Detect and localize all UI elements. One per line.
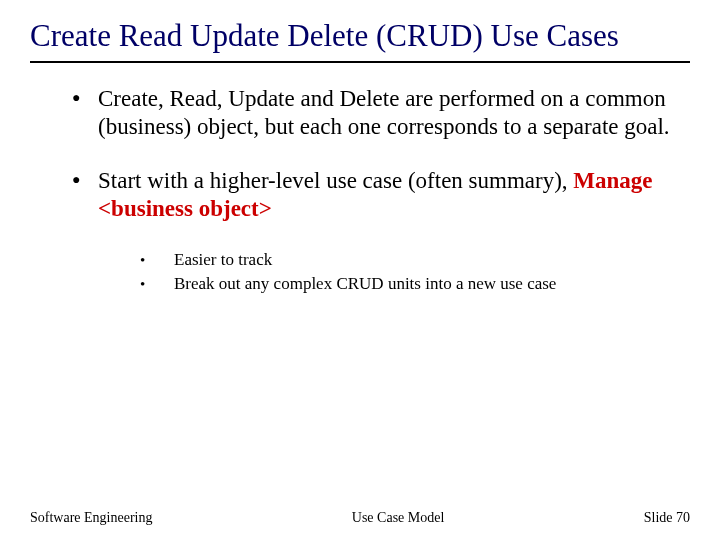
footer-left: Software Engineering [30, 510, 152, 526]
bullet-text: Create, Read, Update and Delete are perf… [98, 85, 690, 141]
bullet-icon: • [140, 273, 174, 295]
bullet-list: ● Create, Read, Update and Delete are pe… [30, 85, 690, 295]
bullet-text: Start with a higher-level use case (ofte… [98, 167, 690, 223]
bullet-icon: ● [72, 85, 98, 111]
list-item: ● Start with a higher-level use case (of… [72, 167, 690, 223]
footer-center: Use Case Model [352, 510, 445, 526]
list-item: • Easier to track [140, 249, 690, 271]
sub-bullet-text: Easier to track [174, 249, 272, 270]
bullet-icon: • [140, 249, 174, 271]
slide-number: 70 [676, 510, 690, 525]
bullet-text-prefix: Start with a higher-level use case (ofte… [98, 168, 573, 193]
title-underline [30, 61, 690, 63]
footer-right-prefix: Slide [644, 510, 676, 525]
sub-bullet-list: • Easier to track • Break out any comple… [72, 249, 690, 295]
footer-right: Slide 70 [644, 510, 690, 526]
sub-bullet-text: Break out any complex CRUD units into a … [174, 273, 556, 294]
bullet-icon: ● [72, 167, 98, 193]
slide-footer: Software Engineering Use Case Model Slid… [30, 510, 690, 526]
list-item: • Break out any complex CRUD units into … [140, 273, 690, 295]
list-item: ● Create, Read, Update and Delete are pe… [72, 85, 690, 141]
slide-title: Create Read Update Delete (CRUD) Use Cas… [30, 18, 690, 55]
